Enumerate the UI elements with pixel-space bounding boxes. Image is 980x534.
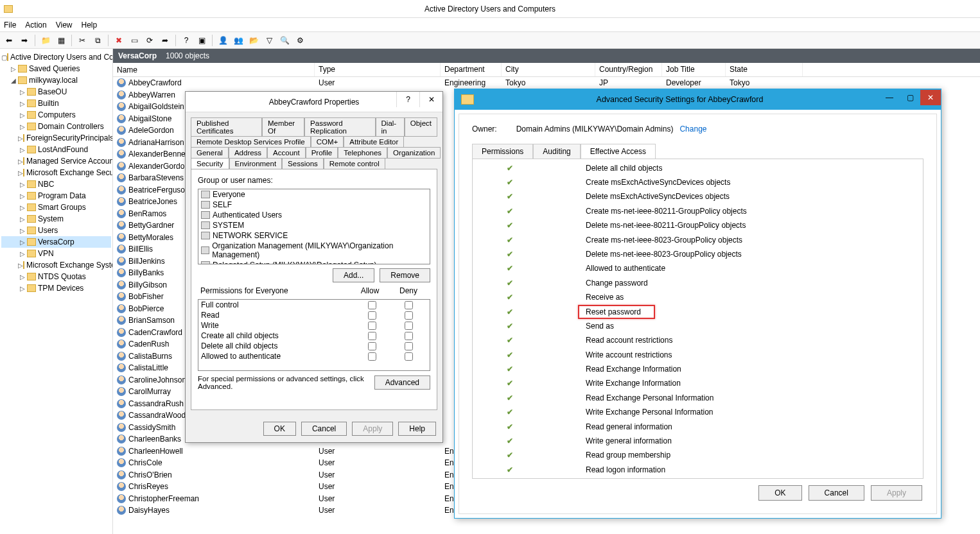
col-dept[interactable]: Department [441, 63, 502, 76]
tree-node-microsoft-exchange-system-objects[interactable]: ▷Microsoft Exchange System Objects [1, 259, 111, 271]
user-icon[interactable]: 👤 [216, 34, 229, 47]
maximize-button[interactable]: ▢ [900, 90, 920, 105]
deny-checkbox[interactable] [405, 322, 413, 330]
export-icon[interactable]: ➦ [159, 34, 171, 47]
tab-member-of[interactable]: Member Of [262, 117, 304, 137]
list-icon[interactable]: ▦ [55, 34, 67, 47]
tree-node-smart-groups[interactable]: ▷Smart Groups [1, 202, 111, 213]
tool-icon[interactable]: ▣ [195, 34, 208, 47]
allow-checkbox[interactable] [368, 332, 376, 340]
group-icon[interactable]: 👥 [232, 34, 245, 47]
deny-checkbox[interactable] [405, 352, 413, 361]
forward-icon[interactable]: ➡ [18, 34, 31, 47]
tree-node-users[interactable]: ▷Users [1, 225, 111, 236]
tree-saved-queries[interactable]: ▷Saved Queries [1, 63, 111, 74]
add-button[interactable]: Add... [333, 268, 374, 282]
tab-general[interactable]: General [191, 147, 229, 159]
tab-environment[interactable]: Environment [229, 158, 283, 169]
tab-telephones[interactable]: Telephones [338, 147, 387, 159]
tree-node-foreignsecurityprincipals[interactable]: ▷ForeignSecurityPrincipals [1, 132, 111, 144]
permissions-list[interactable]: Full controlReadWriteCreate all child ob… [198, 299, 430, 371]
adv-titlebar[interactable]: Advanced Security Settings for AbbeyCraw… [455, 89, 941, 110]
tree-node-domain-controllers[interactable]: ▷Domain Controllers [1, 121, 111, 132]
allow-checkbox[interactable] [368, 311, 376, 320]
tree-node-tpm-devices[interactable]: ▷TPM Devices [1, 282, 111, 294]
tree-node-versacorp[interactable]: ▷VersaCorp [1, 236, 111, 248]
tab-profile[interactable]: Profile [306, 147, 338, 159]
menu-help[interactable]: Help [82, 21, 98, 30]
adv-apply-button[interactable]: Apply [871, 485, 922, 501]
tree-node-nbc[interactable]: ▷NBC [1, 178, 111, 190]
deny-checkbox[interactable] [405, 311, 413, 320]
tab-attribute-editor[interactable]: Attribute Editor [344, 136, 404, 148]
group-item[interactable]: SYSTEM [198, 220, 430, 230]
tree-node-ntds-quotas[interactable]: ▷NTDS Quotas [1, 271, 111, 282]
tree-node-microsoft-exchange-security-groups[interactable]: ▷Microsoft Exchange Security Groups [1, 167, 111, 178]
effective-access-list[interactable]: ✔Delete all child objects✔Create msExchA… [472, 159, 923, 479]
opts-icon[interactable]: ⚙ [293, 34, 306, 47]
allow-checkbox[interactable] [368, 322, 376, 330]
ou-icon[interactable]: 📂 [247, 34, 260, 47]
tab-remote-control[interactable]: Remote control [324, 158, 385, 169]
group-item[interactable]: Authenticated Users [198, 210, 430, 220]
tree-node-vpn[interactable]: ▷VPN [1, 248, 111, 259]
deny-checkbox[interactable] [405, 332, 413, 340]
group-item[interactable]: NETWORK SERVICE [198, 230, 430, 241]
back-icon[interactable]: ⬅ [3, 34, 15, 47]
tree-node-program-data[interactable]: ▷Program Data [1, 190, 111, 202]
menu-view[interactable]: View [56, 21, 73, 30]
adv-tab-auditing[interactable]: Auditing [533, 144, 580, 159]
tree-node-baseou[interactable]: ▷BaseOU [1, 86, 111, 98]
allow-checkbox[interactable] [368, 342, 376, 350]
col-city[interactable]: City [502, 63, 595, 76]
close-button[interactable]: ✕ [920, 90, 941, 105]
group-list[interactable]: EveryoneSELFAuthenticated UsersSYSTEMNET… [198, 189, 430, 264]
col-job[interactable]: Job Title [662, 63, 726, 76]
tab-security[interactable]: Security [191, 158, 229, 169]
tree-node-lostandfound[interactable]: ▷LostAndFound [1, 144, 111, 155]
cancel-button[interactable]: Cancel [301, 422, 347, 436]
allow-checkbox[interactable] [368, 301, 376, 309]
refresh-icon[interactable]: ⟳ [143, 34, 156, 47]
adv-tab-effective-access[interactable]: Effective Access [581, 144, 656, 159]
col-type[interactable]: Type [315, 63, 441, 76]
tab-sessions[interactable]: Sessions [282, 158, 324, 169]
properties-titlebar[interactable]: AbbeyCrawford Properties ? ✕ [186, 92, 442, 112]
menu-file[interactable]: File [4, 21, 16, 30]
ok-button[interactable]: OK [263, 422, 296, 436]
tree-node-system[interactable]: ▷System [1, 213, 111, 225]
tree-domain[interactable]: ◢milkyway.local [1, 74, 111, 86]
tab-com-[interactable]: COM+ [311, 136, 344, 148]
close-button[interactable]: ✕ [419, 92, 442, 107]
allow-checkbox[interactable] [368, 352, 376, 361]
copy-icon[interactable]: ⧉ [91, 34, 104, 47]
adv-cancel-button[interactable]: Cancel [809, 485, 864, 501]
tab-object[interactable]: Object [405, 117, 437, 137]
remove-button[interactable]: Remove [380, 268, 430, 282]
tab-organization[interactable]: Organization [387, 147, 441, 159]
tree-node-computers[interactable]: ▷Computers [1, 109, 111, 121]
help-button[interactable]: ? [396, 92, 419, 107]
cut-icon[interactable]: ✂ [76, 34, 89, 47]
tree-node-builtin[interactable]: ▷Builtin [1, 98, 111, 109]
menu-action[interactable]: Action [25, 21, 46, 30]
help-icon[interactable]: ? [180, 34, 193, 47]
tab-account[interactable]: Account [267, 147, 306, 159]
group-item[interactable]: Organization Management (MILKYWAY\Organi… [198, 241, 430, 260]
group-item[interactable]: Everyone [198, 189, 430, 200]
up-icon[interactable]: 📁 [39, 34, 52, 47]
col-name[interactable]: Name [113, 63, 315, 76]
adv-ok-button[interactable]: OK [758, 485, 801, 501]
find-icon[interactable]: 🔍 [278, 34, 291, 47]
tab-remote-desktop-services-profile[interactable]: Remote Desktop Services Profile [191, 136, 311, 148]
delete-icon[interactable]: ✖ [112, 34, 125, 47]
properties-icon[interactable]: ▭ [128, 34, 141, 47]
tree-node-managed-service-accounts[interactable]: ▷Managed Service Accounts [1, 155, 111, 167]
deny-checkbox[interactable] [405, 342, 413, 350]
filter-icon[interactable]: ▽ [263, 34, 276, 47]
apply-button[interactable]: Apply [352, 422, 393, 436]
group-item[interactable]: Delegated Setup (MILKYWAY\Delegated Setu… [198, 260, 430, 264]
help-button-footer[interactable]: Help [398, 422, 436, 436]
tree-root[interactable]: ▢Active Directory Users and Computers [1, 51, 111, 63]
group-item[interactable]: SELF [198, 200, 430, 210]
